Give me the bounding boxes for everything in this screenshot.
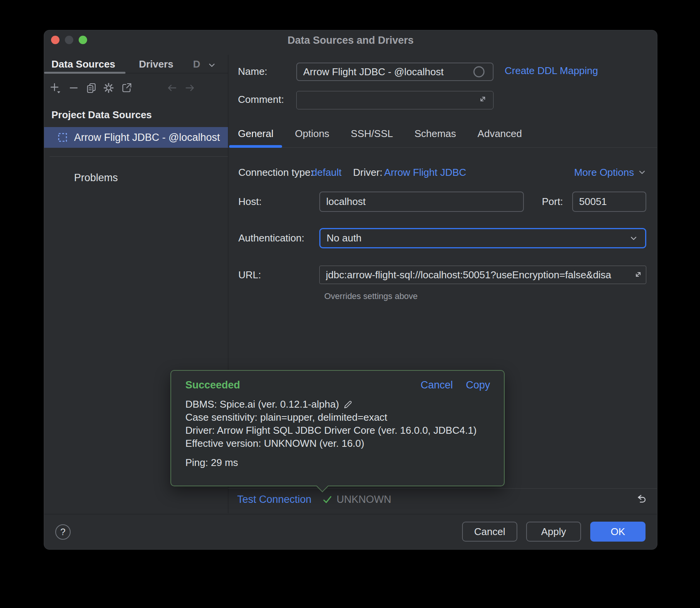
- create-ddl-mapping-link[interactable]: Create DDL Mapping: [505, 64, 598, 78]
- forward-button[interactable]: [183, 81, 196, 94]
- port-label: Port:: [542, 195, 563, 208]
- help-question-icon: ?: [60, 527, 65, 537]
- more-options-button[interactable]: More Options: [574, 165, 647, 179]
- datasource-icon: [57, 132, 68, 143]
- status-badge: Succeeded: [185, 379, 240, 391]
- expand-comment-icon[interactable]: [477, 93, 489, 105]
- problems-section[interactable]: Problems: [74, 171, 118, 185]
- tab-drivers[interactable]: Drivers: [139, 56, 173, 72]
- settings-tabbar: General Options SSH/SSL Schemas Advanced: [238, 128, 522, 140]
- sidebar-tab-strip: Data Sources Drivers D: [44, 55, 228, 73]
- test-connection-result-popup: Succeeded Cancel Copy DBMS: Spice.ai (ve…: [170, 370, 505, 486]
- gear-icon: [102, 82, 115, 94]
- tabbar-border: [228, 147, 657, 148]
- cancel-button[interactable]: Cancel: [462, 522, 517, 542]
- host-input[interactable]: [319, 192, 524, 212]
- tab-advanced[interactable]: Advanced: [477, 128, 522, 140]
- driver-label: Driver:: [353, 165, 383, 179]
- host-label: Host:: [238, 195, 262, 208]
- more-options-label: More Options: [574, 167, 634, 178]
- duplicate-datasource-button[interactable]: [85, 81, 98, 94]
- dbms-line: DBMS: Spice.ai (ver. 0.12.1-alpha): [185, 398, 339, 411]
- remove-datasource-button[interactable]: [67, 81, 80, 94]
- test-row-divider: [228, 488, 657, 489]
- tab-schemas[interactable]: Schemas: [414, 128, 456, 140]
- url-input[interactable]: [319, 266, 646, 284]
- tab-general[interactable]: General: [238, 128, 274, 140]
- minus-icon: [68, 82, 80, 94]
- add-datasource-button[interactable]: [49, 81, 62, 94]
- success-check-icon: [321, 494, 333, 506]
- back-button[interactable]: [165, 81, 178, 94]
- active-tab-underline: [44, 72, 125, 74]
- footer-divider: [44, 514, 657, 514]
- project-data-sources-header: Project Data Sources: [51, 109, 152, 121]
- progress-spinner-icon: [472, 65, 485, 78]
- undo-icon: [635, 492, 648, 506]
- name-label: Name:: [238, 64, 267, 78]
- comment-label: Comment:: [238, 93, 284, 106]
- window-title: Data Sources and Drivers: [44, 34, 657, 46]
- effective-version-line: Effective version: UNKNOWN (ver. 16.0): [185, 437, 490, 450]
- driver-line: Driver: Arrow Flight SQL JDBC Driver Cor…: [185, 424, 490, 437]
- open-in-new-button[interactable]: [120, 81, 133, 94]
- authentication-select[interactable]: No auth: [319, 228, 646, 248]
- chevron-down-icon: [637, 167, 647, 177]
- name-input[interactable]: [296, 63, 494, 81]
- help-button[interactable]: ?: [55, 524, 71, 540]
- port-input[interactable]: [572, 192, 646, 212]
- ping-line: Ping: 29 ms: [185, 456, 490, 469]
- revert-button[interactable]: [635, 492, 648, 506]
- connection-type-label: Connection type:: [238, 165, 313, 179]
- tab-ddl-truncated[interactable]: D: [193, 56, 200, 72]
- duplicate-icon: [85, 82, 97, 94]
- chevron-down-icon[interactable]: [207, 60, 217, 70]
- datasource-settings-button[interactable]: [102, 81, 115, 94]
- connection-type-value-link[interactable]: default: [312, 165, 342, 179]
- active-settings-tab-underline: [229, 145, 282, 148]
- pencil-icon[interactable]: [343, 399, 353, 410]
- chevron-down-icon: [628, 233, 639, 244]
- tab-data-sources[interactable]: Data Sources: [51, 56, 115, 72]
- tab-ssh-ssl[interactable]: SSH/SSL: [351, 128, 393, 140]
- popup-callout-arrow: [316, 480, 328, 492]
- apply-button[interactable]: Apply: [526, 522, 581, 542]
- open-in-new-icon: [121, 82, 133, 94]
- tab-options[interactable]: Options: [295, 128, 330, 140]
- url-hint-text: Overrides settings above: [324, 291, 418, 301]
- authentication-label: Authentication:: [238, 231, 304, 245]
- popup-cancel-link[interactable]: Cancel: [421, 379, 453, 391]
- driver-value-link[interactable]: Arrow Flight JDBC: [384, 165, 466, 179]
- datasource-tree-item[interactable]: Arrow Flight JDBC - @localhost: [44, 127, 228, 148]
- test-connection-link[interactable]: Test Connection: [237, 492, 312, 506]
- url-label: URL:: [238, 268, 261, 282]
- popup-copy-link[interactable]: Copy: [466, 379, 490, 391]
- datasource-item-label: Arrow Flight JDBC - @localhost: [74, 132, 220, 144]
- popup-details: DBMS: Spice.ai (ver. 0.12.1-alpha) Case …: [185, 398, 490, 450]
- comment-input[interactable]: [296, 91, 494, 109]
- data-sources-dialog: Data Sources and Drivers Data Sources Dr…: [44, 30, 657, 550]
- connection-status-text: UNKNOWN: [337, 492, 391, 506]
- plus-icon: [49, 82, 61, 94]
- ok-button[interactable]: OK: [590, 522, 646, 542]
- sidebar-separator: [50, 156, 228, 157]
- expand-url-icon[interactable]: [632, 268, 644, 281]
- screenshot-canvas: Data Sources and Drivers Data Sources Dr…: [0, 0, 700, 608]
- forward-arrow-icon: [183, 81, 196, 94]
- authentication-value: No auth: [327, 232, 362, 244]
- case-sensitivity-line: Case sensitivity: plain=upper, delimited…: [185, 411, 490, 424]
- back-arrow-icon: [165, 81, 178, 94]
